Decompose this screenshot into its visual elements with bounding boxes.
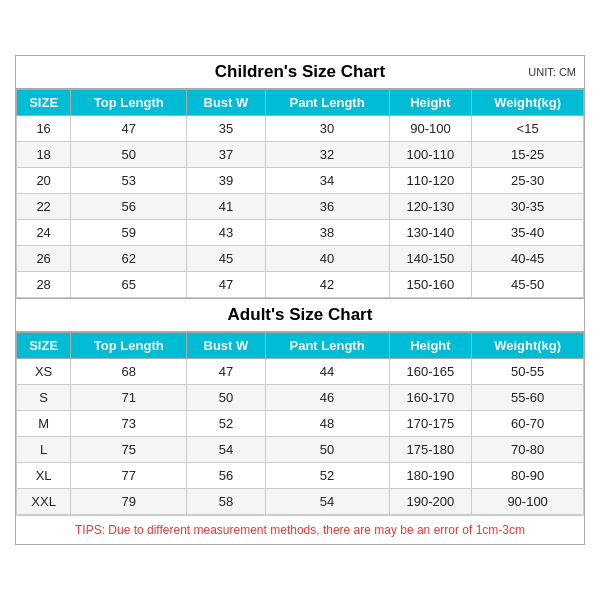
col-header-bust-w: Bust W <box>187 90 265 116</box>
children-title: Children's Size Chart <box>215 62 385 82</box>
adult-tbody: XS684744160-16550-55S715046160-17055-60M… <box>17 359 584 515</box>
table-row: XL775652180-19080-90 <box>17 463 584 489</box>
table-cell: 28 <box>17 272 71 298</box>
table-row: 18503732100-11015-25 <box>17 142 584 168</box>
table-cell: 54 <box>187 437 265 463</box>
table-cell: 20 <box>17 168 71 194</box>
children-tbody: 1647353090-100<1518503732100-11015-25205… <box>17 116 584 298</box>
table-cell: 100-110 <box>389 142 472 168</box>
table-cell: 54 <box>265 489 389 515</box>
table-cell: 52 <box>187 411 265 437</box>
table-cell: 190-200 <box>389 489 472 515</box>
table-cell: 75 <box>71 437 187 463</box>
table-cell: 140-150 <box>389 246 472 272</box>
table-cell: 110-120 <box>389 168 472 194</box>
table-cell: 50 <box>71 142 187 168</box>
table-cell: 34 <box>265 168 389 194</box>
table-cell: 50 <box>265 437 389 463</box>
table-row: XS684744160-16550-55 <box>17 359 584 385</box>
table-cell: 42 <box>265 272 389 298</box>
table-cell: 15-25 <box>472 142 584 168</box>
table-cell: 55-60 <box>472 385 584 411</box>
adult-col-top-length: Top Length <box>71 333 187 359</box>
table-cell: 26 <box>17 246 71 272</box>
table-cell: 73 <box>71 411 187 437</box>
table-row: L755450175-18070-80 <box>17 437 584 463</box>
table-cell: 47 <box>187 272 265 298</box>
table-row: 1647353090-100<15 <box>17 116 584 142</box>
table-cell: 70-80 <box>472 437 584 463</box>
table-cell: 41 <box>187 194 265 220</box>
table-cell: 180-190 <box>389 463 472 489</box>
adult-title: Adult's Size Chart <box>228 305 373 325</box>
table-cell: 25-30 <box>472 168 584 194</box>
table-cell: 40 <box>265 246 389 272</box>
table-cell: 62 <box>71 246 187 272</box>
table-cell: XS <box>17 359 71 385</box>
table-cell: 52 <box>265 463 389 489</box>
table-cell: 160-165 <box>389 359 472 385</box>
table-cell: 35-40 <box>472 220 584 246</box>
adult-table: SIZE Top Length Bust W Pant Length Heigh… <box>16 332 584 515</box>
table-cell: 30 <box>265 116 389 142</box>
table-cell: 18 <box>17 142 71 168</box>
table-cell: <15 <box>472 116 584 142</box>
unit-label: UNIT: CM <box>528 66 576 78</box>
table-cell: 16 <box>17 116 71 142</box>
table-row: S715046160-17055-60 <box>17 385 584 411</box>
children-table: SIZE Top Length Bust W Pant Length Heigh… <box>16 89 584 298</box>
table-cell: 160-170 <box>389 385 472 411</box>
table-cell: 56 <box>71 194 187 220</box>
table-cell: 58 <box>187 489 265 515</box>
table-cell: 48 <box>265 411 389 437</box>
adult-header-row: SIZE Top Length Bust W Pant Length Heigh… <box>17 333 584 359</box>
table-cell: 35 <box>187 116 265 142</box>
children-title-row: Children's Size Chart UNIT: CM <box>16 56 584 89</box>
table-row: 26624540140-15040-45 <box>17 246 584 272</box>
table-cell: 90-100 <box>389 116 472 142</box>
table-cell: 130-140 <box>389 220 472 246</box>
col-header-height: Height <box>389 90 472 116</box>
table-cell: 39 <box>187 168 265 194</box>
table-cell: 77 <box>71 463 187 489</box>
table-cell: 50 <box>187 385 265 411</box>
table-cell: 170-175 <box>389 411 472 437</box>
table-row: XXL795854190-20090-100 <box>17 489 584 515</box>
table-cell: 47 <box>71 116 187 142</box>
adult-col-bust-w: Bust W <box>187 333 265 359</box>
table-cell: 175-180 <box>389 437 472 463</box>
table-row: 20533934110-12025-30 <box>17 168 584 194</box>
table-cell: 46 <box>265 385 389 411</box>
col-header-pant-length: Pant Length <box>265 90 389 116</box>
table-cell: 80-90 <box>472 463 584 489</box>
table-cell: 45-50 <box>472 272 584 298</box>
table-cell: M <box>17 411 71 437</box>
adult-title-row: Adult's Size Chart <box>16 298 584 332</box>
table-cell: 22 <box>17 194 71 220</box>
adult-col-weight: Weight(kg) <box>472 333 584 359</box>
col-header-weight: Weight(kg) <box>472 90 584 116</box>
table-cell: 32 <box>265 142 389 168</box>
table-cell: 79 <box>71 489 187 515</box>
table-cell: XXL <box>17 489 71 515</box>
table-cell: 59 <box>71 220 187 246</box>
table-cell: 60-70 <box>472 411 584 437</box>
table-cell: 90-100 <box>472 489 584 515</box>
children-header-row: SIZE Top Length Bust W Pant Length Heigh… <box>17 90 584 116</box>
table-cell: 36 <box>265 194 389 220</box>
table-cell: 56 <box>187 463 265 489</box>
table-cell: 38 <box>265 220 389 246</box>
table-cell: 30-35 <box>472 194 584 220</box>
table-cell: S <box>17 385 71 411</box>
table-row: 22564136120-13030-35 <box>17 194 584 220</box>
col-header-size: SIZE <box>17 90 71 116</box>
table-cell: 47 <box>187 359 265 385</box>
adult-col-size: SIZE <box>17 333 71 359</box>
adult-col-pant-length: Pant Length <box>265 333 389 359</box>
tips-text: TIPS: Due to different measurement metho… <box>75 523 525 537</box>
table-row: M735248170-17560-70 <box>17 411 584 437</box>
chart-wrapper: Children's Size Chart UNIT: CM SIZE Top … <box>15 55 585 545</box>
table-cell: 71 <box>71 385 187 411</box>
table-cell: 68 <box>71 359 187 385</box>
table-cell: 65 <box>71 272 187 298</box>
